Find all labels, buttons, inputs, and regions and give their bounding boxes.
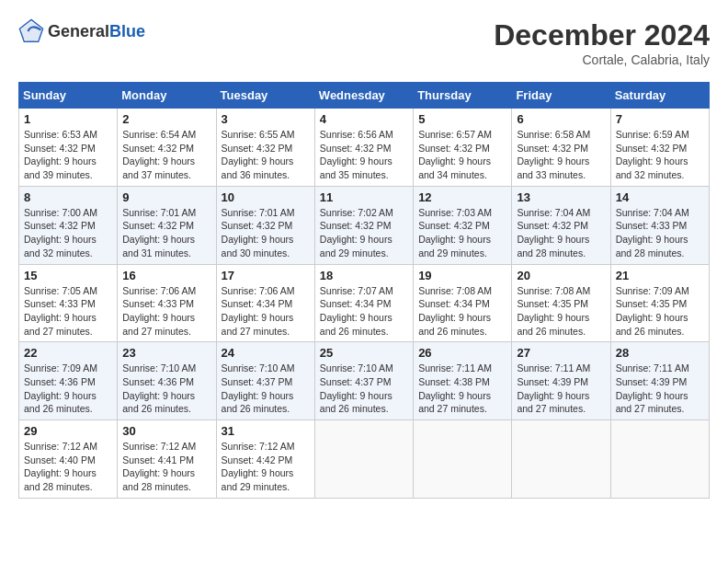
sunrise-label: Sunrise: 7:01 AM bbox=[222, 207, 295, 218]
sunset-label: Sunset: 4:32 PM bbox=[517, 143, 588, 154]
day-info: Sunrise: 7:08 AM Sunset: 4:34 PM Dayligh… bbox=[418, 284, 506, 339]
column-header-tuesday: Tuesday bbox=[216, 83, 314, 109]
day-info: Sunrise: 6:57 AM Sunset: 4:32 PM Dayligh… bbox=[418, 128, 506, 182]
sunset-label: Sunset: 4:34 PM bbox=[222, 298, 293, 309]
logo-general: General bbox=[48, 22, 109, 40]
calendar-cell: 30 Sunrise: 7:12 AM Sunset: 4:41 PM Dayl… bbox=[118, 420, 216, 499]
calendar-week-row: 15 Sunrise: 7:05 AM Sunset: 4:33 PM Dayl… bbox=[19, 264, 710, 342]
column-header-monday: Monday bbox=[118, 83, 216, 109]
daylight-label: Daylight: 9 hours and 26 minutes. bbox=[418, 312, 491, 337]
sunset-label: Sunset: 4:39 PM bbox=[616, 376, 688, 387]
calendar-header-row: SundayMondayTuesdayWednesdayThursdayFrid… bbox=[19, 83, 710, 109]
sunrise-label: Sunrise: 7:05 AM bbox=[24, 285, 97, 296]
sunrise-label: Sunrise: 7:12 AM bbox=[222, 441, 295, 452]
daylight-label: Daylight: 9 hours and 26 minutes. bbox=[517, 312, 589, 337]
day-info: Sunrise: 7:11 AM Sunset: 4:38 PM Dayligh… bbox=[418, 362, 506, 416]
day-number: 24 bbox=[222, 346, 310, 360]
day-info: Sunrise: 7:01 AM Sunset: 4:32 PM Dayligh… bbox=[122, 206, 210, 260]
sunset-label: Sunset: 4:32 PM bbox=[122, 220, 194, 231]
sunset-label: Sunset: 4:32 PM bbox=[616, 143, 688, 154]
sunrise-label: Sunrise: 7:00 AM bbox=[24, 207, 97, 218]
sunrise-label: Sunrise: 6:56 AM bbox=[320, 129, 393, 140]
daylight-label: Daylight: 9 hours and 28 minutes. bbox=[517, 234, 589, 259]
sunset-label: Sunset: 4:33 PM bbox=[122, 298, 194, 309]
calendar-cell: 25 Sunrise: 7:10 AM Sunset: 4:37 PM Dayl… bbox=[314, 342, 413, 420]
calendar-cell: 19 Sunrise: 7:08 AM Sunset: 4:34 PM Dayl… bbox=[414, 264, 512, 342]
calendar-cell: 23 Sunrise: 7:10 AM Sunset: 4:36 PM Dayl… bbox=[118, 342, 216, 420]
sunrise-label: Sunrise: 7:04 AM bbox=[517, 207, 590, 218]
daylight-label: Daylight: 9 hours and 26 minutes. bbox=[222, 390, 294, 415]
day-number: 4 bbox=[320, 112, 408, 126]
calendar-table: SundayMondayTuesdayWednesdayThursdayFrid… bbox=[18, 82, 710, 499]
sunset-label: Sunset: 4:37 PM bbox=[222, 376, 293, 387]
sunrise-label: Sunrise: 7:09 AM bbox=[616, 285, 689, 296]
sunset-label: Sunset: 4:33 PM bbox=[616, 220, 688, 231]
day-number: 9 bbox=[122, 190, 210, 204]
day-info: Sunrise: 7:07 AM Sunset: 4:34 PM Dayligh… bbox=[320, 284, 408, 339]
day-info: Sunrise: 7:03 AM Sunset: 4:32 PM Dayligh… bbox=[418, 206, 506, 260]
daylight-label: Daylight: 9 hours and 27 minutes. bbox=[616, 390, 688, 415]
calendar-week-row: 22 Sunrise: 7:09 AM Sunset: 4:36 PM Dayl… bbox=[19, 342, 710, 420]
sunset-label: Sunset: 4:32 PM bbox=[418, 143, 490, 154]
calendar-cell: 12 Sunrise: 7:03 AM Sunset: 4:32 PM Dayl… bbox=[414, 186, 512, 264]
day-info: Sunrise: 7:10 AM Sunset: 4:37 PM Dayligh… bbox=[320, 362, 408, 416]
day-number: 19 bbox=[418, 269, 506, 282]
sunrise-label: Sunrise: 7:03 AM bbox=[418, 207, 492, 218]
sunrise-label: Sunrise: 7:04 AM bbox=[616, 207, 689, 218]
day-info: Sunrise: 6:56 AM Sunset: 4:32 PM Dayligh… bbox=[320, 128, 408, 182]
daylight-label: Daylight: 9 hours and 28 minutes. bbox=[24, 467, 97, 492]
calendar-cell: 1 Sunrise: 6:53 AM Sunset: 4:32 PM Dayli… bbox=[19, 109, 118, 187]
daylight-label: Daylight: 9 hours and 29 minutes. bbox=[418, 234, 491, 259]
calendar-cell: 14 Sunrise: 7:04 AM Sunset: 4:33 PM Dayl… bbox=[610, 186, 709, 264]
sunset-label: Sunset: 4:34 PM bbox=[320, 298, 392, 309]
logo-icon bbox=[18, 18, 44, 44]
column-header-friday: Friday bbox=[512, 83, 610, 109]
daylight-label: Daylight: 9 hours and 36 minutes. bbox=[222, 155, 294, 180]
day-number: 8 bbox=[24, 190, 112, 204]
sunset-label: Sunset: 4:36 PM bbox=[122, 376, 194, 387]
daylight-label: Daylight: 9 hours and 27 minutes. bbox=[517, 390, 589, 415]
calendar-cell: 22 Sunrise: 7:09 AM Sunset: 4:36 PM Dayl… bbox=[19, 342, 118, 420]
day-info: Sunrise: 7:00 AM Sunset: 4:32 PM Dayligh… bbox=[24, 206, 112, 260]
daylight-label: Daylight: 9 hours and 27 minutes. bbox=[122, 312, 195, 337]
calendar-cell: 8 Sunrise: 7:00 AM Sunset: 4:32 PM Dayli… bbox=[19, 186, 118, 264]
calendar-cell: 29 Sunrise: 7:12 AM Sunset: 4:40 PM Dayl… bbox=[19, 420, 118, 499]
day-number: 3 bbox=[222, 112, 310, 126]
day-number: 22 bbox=[24, 346, 112, 360]
sunset-label: Sunset: 4:37 PM bbox=[320, 376, 392, 387]
sunrise-label: Sunrise: 6:57 AM bbox=[418, 129, 492, 140]
daylight-label: Daylight: 9 hours and 26 minutes. bbox=[24, 390, 97, 415]
calendar-cell: 2 Sunrise: 6:54 AM Sunset: 4:32 PM Dayli… bbox=[118, 109, 216, 187]
month-title: December 2024 bbox=[494, 18, 710, 52]
calendar-cell: 3 Sunrise: 6:55 AM Sunset: 4:32 PM Dayli… bbox=[216, 109, 314, 187]
calendar-cell: 4 Sunrise: 6:56 AM Sunset: 4:32 PM Dayli… bbox=[314, 109, 413, 187]
column-header-sunday: Sunday bbox=[19, 83, 118, 109]
sunrise-label: Sunrise: 7:08 AM bbox=[418, 285, 492, 296]
sunrise-label: Sunrise: 7:11 AM bbox=[418, 362, 492, 373]
calendar-cell: 31 Sunrise: 7:12 AM Sunset: 4:42 PM Dayl… bbox=[216, 420, 314, 499]
sunrise-label: Sunrise: 7:06 AM bbox=[222, 285, 295, 296]
day-info: Sunrise: 7:04 AM Sunset: 4:33 PM Dayligh… bbox=[616, 206, 704, 260]
day-number: 5 bbox=[418, 112, 506, 126]
logo-text: GeneralBlue bbox=[48, 22, 145, 41]
sunset-label: Sunset: 4:32 PM bbox=[418, 220, 490, 231]
day-info: Sunrise: 7:10 AM Sunset: 4:36 PM Dayligh… bbox=[122, 362, 210, 416]
day-number: 20 bbox=[517, 269, 605, 282]
daylight-label: Daylight: 9 hours and 30 minutes. bbox=[222, 234, 294, 259]
logo: GeneralBlue bbox=[18, 18, 145, 44]
sunrise-label: Sunrise: 7:11 AM bbox=[616, 362, 689, 373]
day-number: 23 bbox=[122, 346, 210, 360]
calendar-cell: 11 Sunrise: 7:02 AM Sunset: 4:32 PM Dayl… bbox=[314, 186, 413, 264]
sunset-label: Sunset: 4:32 PM bbox=[222, 220, 293, 231]
sunset-label: Sunset: 4:32 PM bbox=[517, 220, 588, 231]
sunrise-label: Sunrise: 7:09 AM bbox=[24, 362, 97, 373]
calendar-week-row: 8 Sunrise: 7:00 AM Sunset: 4:32 PM Dayli… bbox=[19, 186, 710, 264]
sunset-label: Sunset: 4:35 PM bbox=[616, 298, 688, 309]
day-info: Sunrise: 7:02 AM Sunset: 4:32 PM Dayligh… bbox=[320, 206, 408, 260]
daylight-label: Daylight: 9 hours and 29 minutes. bbox=[320, 234, 392, 259]
day-info: Sunrise: 7:06 AM Sunset: 4:33 PM Dayligh… bbox=[122, 284, 210, 339]
day-number: 7 bbox=[616, 112, 704, 126]
calendar-cell bbox=[314, 420, 413, 499]
day-number: 26 bbox=[418, 346, 506, 360]
sunset-label: Sunset: 4:32 PM bbox=[24, 220, 96, 231]
